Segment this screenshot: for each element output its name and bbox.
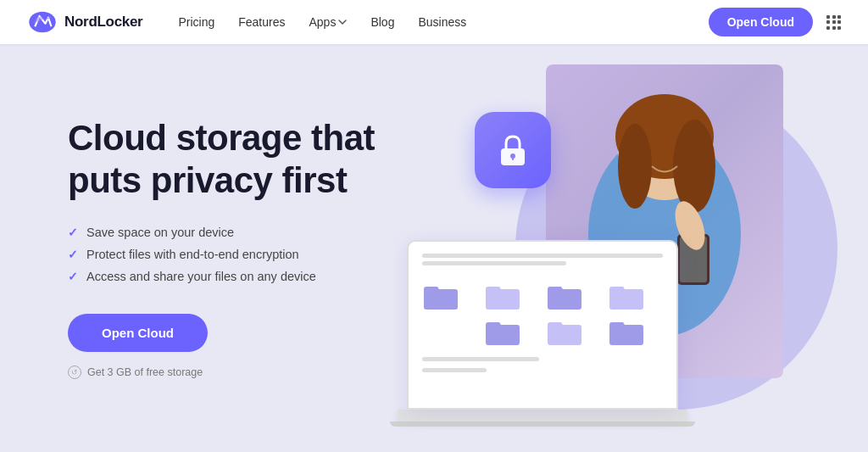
free-storage-text: ↺ Get 3 GB of free storage xyxy=(68,366,424,379)
folder-1 xyxy=(422,282,459,311)
feature-item-1: ✓ Save space on your device xyxy=(68,226,424,239)
hero-section: Cloud storage that puts privacy first ✓ … xyxy=(0,44,868,452)
features-list: ✓ Save space on your device ✓ Protect fi… xyxy=(68,226,424,283)
navbar-left: NordLocker Pricing Features Apps Blog Bu… xyxy=(27,10,475,34)
navbar-right: Open Cloud xyxy=(709,8,841,36)
feature-text-2: Protect files with end-to-end encryption xyxy=(86,248,299,261)
check-icon-3: ✓ xyxy=(68,270,78,283)
nav-features[interactable]: Features xyxy=(230,10,293,34)
svg-point-0 xyxy=(29,12,56,33)
laptop-bottom xyxy=(390,421,695,427)
laptop-base xyxy=(398,410,687,421)
apps-grid-icon[interactable] xyxy=(826,15,841,30)
feature-item-3: ✓ Access and share your files on any dev… xyxy=(68,270,424,283)
nav-links: Pricing Features Apps Blog Business xyxy=(170,10,475,34)
brand-name: NordLocker xyxy=(64,14,142,31)
feature-item-2: ✓ Protect files with end-to-end encrypti… xyxy=(68,248,424,261)
folder-2 xyxy=(484,282,521,311)
file-section xyxy=(422,254,663,265)
svg-point-4 xyxy=(673,120,715,213)
svg-rect-11 xyxy=(512,157,514,160)
feature-text-1: Save space on your device xyxy=(86,226,234,239)
open-cloud-nav-button[interactable]: Open Cloud xyxy=(709,8,813,36)
nordlocker-logo-icon xyxy=(27,10,58,34)
navbar: NordLocker Pricing Features Apps Blog Bu… xyxy=(0,0,868,44)
check-icon-1: ✓ xyxy=(68,226,78,239)
feature-text-3: Access and share your files on any devic… xyxy=(86,270,316,283)
lock-icon xyxy=(494,131,531,169)
folder-4 xyxy=(608,282,645,311)
chevron-down-icon xyxy=(338,18,347,26)
hero-right xyxy=(424,44,800,452)
nav-business[interactable]: Business xyxy=(409,10,475,34)
nav-blog[interactable]: Blog xyxy=(362,10,403,34)
svg-point-5 xyxy=(618,124,652,209)
hero-title: Cloud storage that puts privacy first xyxy=(68,117,424,201)
laptop-screen xyxy=(407,240,678,410)
open-cloud-hero-button[interactable]: Open Cloud xyxy=(68,314,208,352)
folder-5 xyxy=(484,318,521,347)
nav-apps[interactable]: Apps xyxy=(300,10,355,34)
nav-pricing[interactable]: Pricing xyxy=(170,10,223,34)
logo[interactable]: NordLocker xyxy=(27,10,142,34)
folder-7 xyxy=(608,318,645,347)
laptop-illustration xyxy=(407,240,678,427)
folder-3 xyxy=(546,282,583,311)
hero-left: Cloud storage that puts privacy first ✓ … xyxy=(68,117,424,378)
folder-6 xyxy=(546,318,583,347)
shield-icon: ↺ xyxy=(68,366,81,379)
laptop-folder-grid xyxy=(422,282,663,376)
check-icon-2: ✓ xyxy=(68,248,78,261)
lock-bubble xyxy=(475,112,551,188)
